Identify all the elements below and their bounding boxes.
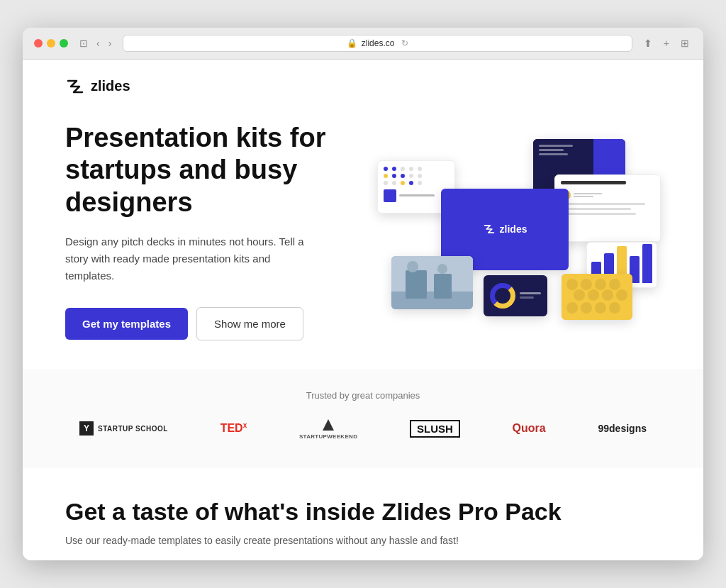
hero-buttons: Get my templates Show me more — [65, 307, 363, 340]
grid-view-button[interactable]: ⊞ — [678, 36, 692, 50]
startupweekend-logo: startupweekend — [299, 418, 357, 440]
slide-dark-bottom — [484, 275, 547, 316]
svg-point-6 — [437, 264, 447, 274]
new-tab-button[interactable]: + — [661, 36, 672, 50]
close-button[interactable] — [34, 39, 43, 48]
tedx-logo: TEDx — [220, 421, 247, 435]
lock-icon: 🔒 — [347, 38, 357, 48]
trusted-section: Trusted by great companies Y STARTUP SCH… — [23, 369, 703, 468]
hero-content: Presentation kits for startups and busy … — [65, 122, 363, 340]
sidebar-toggle-button[interactable]: ⊡ — [77, 36, 91, 50]
hero-section: Presentation kits for startups and busy … — [23, 108, 703, 369]
hero-visual: zlides — [377, 132, 661, 331]
second-section: Get a taste of what's inside Zlides Pro … — [23, 468, 703, 561]
svg-rect-3 — [406, 270, 427, 299]
99designs-logo: 99designs — [598, 423, 647, 434]
svg-point-11 — [609, 279, 620, 290]
slide-white-top-right — [554, 174, 661, 242]
browser-toolbar: ⊡ ‹ › 🔒 zlides.co ↻ ⬆ + ⊞ — [23, 28, 703, 60]
svg-point-18 — [595, 302, 606, 314]
bar-5 — [642, 244, 652, 283]
get-templates-button[interactable]: Get my templates — [65, 308, 188, 340]
svg-marker-20 — [323, 419, 334, 431]
logos-row: Y STARTUP SCHOOL TEDx startupweekend SLU… — [65, 418, 661, 440]
svg-point-17 — [581, 302, 592, 314]
second-title: Get a taste of what's inside Zlides Pro … — [65, 497, 661, 527]
svg-point-9 — [581, 279, 592, 290]
logo-icon — [65, 77, 85, 96]
svg-point-16 — [566, 302, 578, 314]
maximize-button[interactable] — [60, 39, 68, 48]
slide-logo-text: zlides — [500, 223, 527, 235]
svg-point-19 — [609, 302, 620, 314]
second-subtitle: Use our ready-made templates to easily c… — [65, 535, 661, 546]
hero-title: Presentation kits for startups and busy … — [65, 122, 363, 219]
back-button[interactable]: ‹ — [94, 36, 103, 50]
ycomb-text: STARTUP SCHOOL — [98, 425, 168, 433]
svg-point-15 — [616, 289, 627, 301]
site-logo[interactable]: zlides — [65, 77, 130, 96]
browser-actions: ⬆ + ⊞ — [641, 36, 692, 50]
logo-text: zlides — [91, 78, 130, 94]
ycomb-logo: Y STARTUP SCHOOL — [79, 421, 168, 436]
hero-subtitle: Design any pitch decks in minutes not ho… — [65, 233, 320, 284]
show-more-button[interactable]: Show me more — [196, 307, 303, 340]
address-bar[interactable]: 🔒 zlides.co ↻ — [123, 35, 632, 52]
slide-yellow — [562, 274, 632, 320]
slush-logo: SLUSH — [410, 420, 460, 438]
url-text: zlides.co — [362, 38, 395, 48]
svg-point-10 — [595, 279, 606, 290]
forward-button[interactable]: › — [106, 36, 115, 50]
share-button[interactable]: ⬆ — [641, 36, 655, 50]
svg-point-5 — [407, 261, 418, 272]
slide-logo: zlides — [483, 223, 527, 235]
svg-rect-4 — [434, 274, 452, 299]
svg-point-14 — [602, 289, 613, 301]
svg-rect-2 — [391, 292, 473, 309]
site-header: zlides — [23, 60, 703, 108]
traffic-lights — [34, 39, 68, 48]
browser-window: ⊡ ‹ › 🔒 zlides.co ↻ ⬆ + ⊞ zlides — [23, 28, 703, 560]
quora-logo: Quora — [513, 422, 546, 435]
slide-photo — [391, 256, 473, 309]
reload-icon: ↻ — [401, 38, 408, 48]
svg-point-13 — [588, 289, 599, 301]
minimize-button[interactable] — [47, 39, 55, 48]
ycomb-icon: Y — [79, 421, 94, 436]
browser-nav-icons: ⊡ ‹ › — [77, 36, 114, 50]
trusted-label: Trusted by great companies — [65, 390, 661, 401]
svg-point-8 — [566, 279, 578, 290]
page-content: zlides Presentation kits for startups an… — [23, 60, 703, 560]
svg-point-12 — [574, 289, 585, 301]
